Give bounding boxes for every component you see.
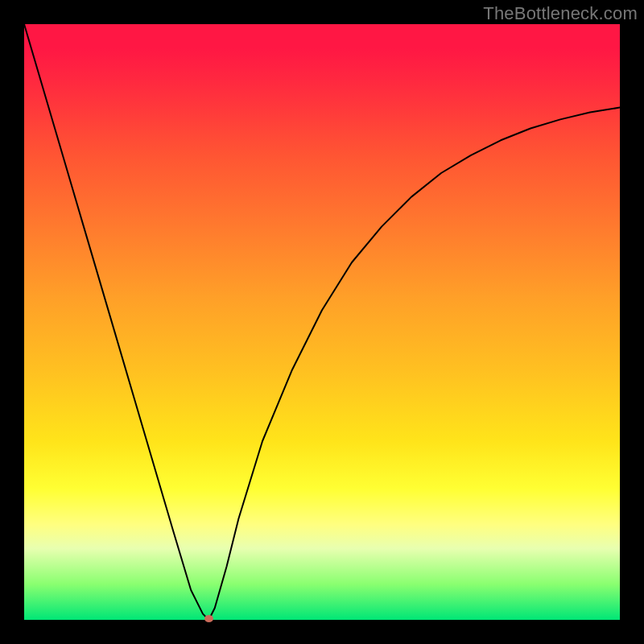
watermark-text: TheBottleneck.com <box>483 3 638 24</box>
bottleneck-curve <box>24 24 620 620</box>
optimal-point-marker <box>204 615 213 622</box>
chart-plot-area <box>24 24 620 620</box>
